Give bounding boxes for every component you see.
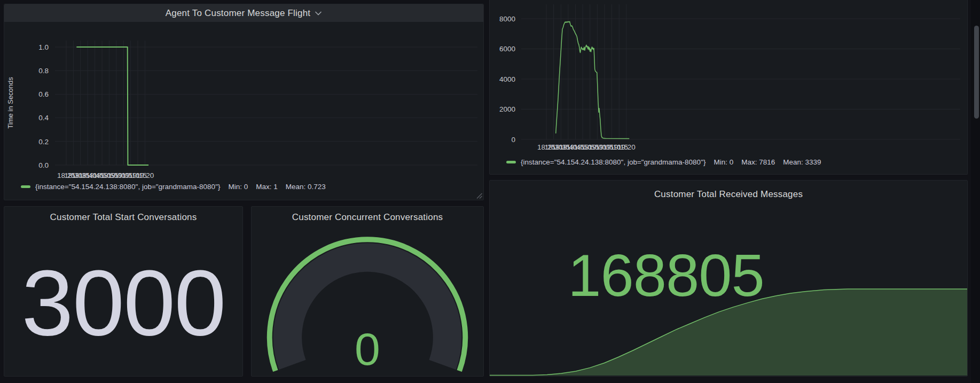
series-line xyxy=(556,21,630,138)
svg-text:0: 0 xyxy=(511,136,515,144)
stat-value: 168805 xyxy=(568,246,764,306)
panel-total-received-messages: Customer Total Received Messages 168805 xyxy=(489,180,968,377)
svg-text:6000: 6000 xyxy=(499,45,515,53)
stat-value: 3000 xyxy=(4,256,242,349)
series-color-dash xyxy=(21,185,30,188)
panel-title[interactable]: Agent To Customer Message Flight xyxy=(166,8,311,19)
panel-title[interactable]: Customer Total Start Conversations xyxy=(4,212,242,223)
x-axis-labels: 18:2518:3018:3518:4018:4518:5018:5519:00… xyxy=(537,143,636,151)
time-series-plot[interactable]: 18:2518:3018:3518:4018:4518:5018:5519:00… xyxy=(4,4,483,200)
grid xyxy=(521,4,960,139)
svg-text:0.4: 0.4 xyxy=(38,114,49,122)
panel-total-start-conversations: Customer Total Start Conversations 3000 xyxy=(4,206,243,377)
grid xyxy=(55,41,477,165)
svg-text:4000: 4000 xyxy=(499,75,515,83)
panel-concurrent-conversations: Customer Concurrent Conversations 0 xyxy=(251,206,484,377)
legend-min: Min: 0 xyxy=(714,158,733,166)
time-series-plot[interactable]: 18:2518:3018:3518:4018:4518:5018:5519:00… xyxy=(490,0,967,174)
legend: {instance="54.154.24.138:8080", job="gra… xyxy=(21,183,326,191)
legend-mean: Mean: 3339 xyxy=(783,158,821,166)
panel-title[interactable]: Customer Total Received Messages xyxy=(490,189,967,200)
panel-title[interactable]: Customer Concurrent Conversations xyxy=(252,212,483,223)
panel-received-rate: 18:2518:3018:3518:4018:4518:5018:5519:00… xyxy=(489,0,968,175)
scrollbar-thumb[interactable] xyxy=(974,26,979,119)
legend-max: Max: 7816 xyxy=(741,158,775,166)
svg-text:0.2: 0.2 xyxy=(38,138,49,146)
x-axis-labels: 18:2518:3018:3518:4018:4518:5018:5519:00… xyxy=(57,171,154,179)
y-axis-title: Time in Seconds xyxy=(6,77,14,129)
series-color-dash xyxy=(506,161,516,163)
panel-resize-handle[interactable] xyxy=(476,193,482,199)
legend: {instance="54.154.24.138:8080", job="gra… xyxy=(506,158,821,166)
legend-min: Min: 0 xyxy=(228,183,248,191)
gauge-value: 0 xyxy=(252,326,483,372)
svg-text:19:20: 19:20 xyxy=(617,143,636,151)
svg-text:8000: 8000 xyxy=(499,15,515,23)
svg-text:1.0: 1.0 xyxy=(38,43,49,51)
svg-text:2000: 2000 xyxy=(499,105,515,113)
legend-max: Max: 1 xyxy=(256,183,278,191)
legend-series-label[interactable]: {instance="54.154.24.138:8080", job="gra… xyxy=(35,183,220,191)
panel-message-flight: Agent To Customer Message Flight 18:2518… xyxy=(4,4,484,200)
legend-series-label[interactable]: {instance="54.154.24.138:8080", job="gra… xyxy=(521,158,705,166)
svg-text:19:20: 19:20 xyxy=(136,171,154,179)
y-axis-labels: 0.00.20.40.60.81.0 xyxy=(38,43,49,169)
panel-header[interactable]: Agent To Customer Message Flight xyxy=(4,4,483,22)
grafana-dashboard: Agent To Customer Message Flight 18:2518… xyxy=(0,0,980,383)
svg-text:0.0: 0.0 xyxy=(38,161,49,169)
svg-text:0.6: 0.6 xyxy=(38,90,49,98)
chevron-down-icon[interactable] xyxy=(315,11,322,15)
y-axis-labels: 02000400060008000 xyxy=(499,15,515,144)
svg-text:0.8: 0.8 xyxy=(38,67,49,75)
legend-mean: Mean: 0.723 xyxy=(286,183,326,191)
